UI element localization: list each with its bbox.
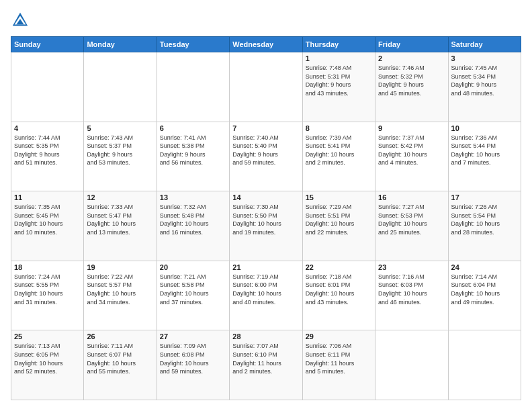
calendar-cell bbox=[11, 52, 84, 122]
weekday-header-sunday: Sunday bbox=[11, 37, 84, 52]
calendar-cell: 21Sunrise: 7:19 AM Sunset: 6:00 PM Dayli… bbox=[230, 261, 302, 330]
day-info: Sunrise: 7:40 AM Sunset: 5:40 PM Dayligh… bbox=[232, 134, 299, 167]
calendar-cell: 11Sunrise: 7:35 AM Sunset: 5:45 PM Dayli… bbox=[11, 191, 84, 261]
calendar-cell: 2Sunrise: 7:46 AM Sunset: 5:32 PM Daylig… bbox=[375, 52, 448, 122]
day-number: 17 bbox=[451, 193, 518, 201]
logo bbox=[11, 11, 32, 30]
calendar-cell: 24Sunrise: 7:14 AM Sunset: 6:04 PM Dayli… bbox=[448, 261, 521, 330]
day-number: 10 bbox=[451, 124, 518, 132]
weekday-header-monday: Monday bbox=[84, 37, 157, 52]
calendar-cell: 5Sunrise: 7:43 AM Sunset: 5:37 PM Daylig… bbox=[84, 122, 157, 191]
page: SundayMondayTuesdayWednesdayThursdayFrid… bbox=[0, 0, 532, 411]
weekday-header-friday: Friday bbox=[375, 37, 448, 52]
calendar-cell bbox=[448, 330, 521, 400]
day-number: 3 bbox=[451, 54, 518, 62]
calendar-cell: 27Sunrise: 7:09 AM Sunset: 6:08 PM Dayli… bbox=[157, 330, 229, 400]
calendar-cell: 16Sunrise: 7:27 AM Sunset: 5:53 PM Dayli… bbox=[375, 191, 448, 261]
day-info: Sunrise: 7:09 AM Sunset: 6:08 PM Dayligh… bbox=[160, 342, 226, 375]
day-info: Sunrise: 7:43 AM Sunset: 5:37 PM Dayligh… bbox=[87, 134, 153, 167]
calendar-cell: 4Sunrise: 7:44 AM Sunset: 5:35 PM Daylig… bbox=[11, 122, 84, 191]
calendar-cell: 15Sunrise: 7:29 AM Sunset: 5:51 PM Dayli… bbox=[302, 191, 375, 261]
day-info: Sunrise: 7:44 AM Sunset: 5:35 PM Dayligh… bbox=[14, 134, 81, 167]
day-number: 21 bbox=[232, 263, 299, 271]
calendar-cell: 20Sunrise: 7:21 AM Sunset: 5:58 PM Dayli… bbox=[157, 261, 229, 330]
calendar-cell: 14Sunrise: 7:30 AM Sunset: 5:50 PM Dayli… bbox=[230, 191, 302, 261]
calendar-cell: 23Sunrise: 7:16 AM Sunset: 6:03 PM Dayli… bbox=[375, 261, 448, 330]
calendar-cell: 8Sunrise: 7:39 AM Sunset: 5:41 PM Daylig… bbox=[302, 122, 375, 191]
day-info: Sunrise: 7:37 AM Sunset: 5:42 PM Dayligh… bbox=[378, 134, 445, 167]
day-number: 6 bbox=[160, 124, 226, 132]
header bbox=[11, 11, 521, 30]
calendar-cell: 9Sunrise: 7:37 AM Sunset: 5:42 PM Daylig… bbox=[375, 122, 448, 191]
calendar-cell bbox=[230, 52, 302, 122]
day-info: Sunrise: 7:36 AM Sunset: 5:44 PM Dayligh… bbox=[451, 134, 518, 167]
day-number: 27 bbox=[160, 332, 226, 340]
calendar-cell: 29Sunrise: 7:06 AM Sunset: 6:11 PM Dayli… bbox=[302, 330, 375, 400]
day-number: 7 bbox=[232, 124, 299, 132]
calendar-week-row-1: 1Sunrise: 7:48 AM Sunset: 5:31 PM Daylig… bbox=[11, 52, 521, 122]
day-info: Sunrise: 7:46 AM Sunset: 5:32 PM Dayligh… bbox=[378, 64, 445, 97]
calendar-cell: 18Sunrise: 7:24 AM Sunset: 5:55 PM Dayli… bbox=[11, 261, 84, 330]
calendar-cell: 3Sunrise: 7:45 AM Sunset: 5:34 PM Daylig… bbox=[448, 52, 521, 122]
day-number: 11 bbox=[14, 193, 81, 201]
day-number: 14 bbox=[232, 193, 299, 201]
day-number: 20 bbox=[160, 263, 226, 271]
day-info: Sunrise: 7:35 AM Sunset: 5:45 PM Dayligh… bbox=[14, 203, 81, 236]
logo-icon bbox=[11, 11, 30, 30]
day-info: Sunrise: 7:13 AM Sunset: 6:05 PM Dayligh… bbox=[14, 342, 81, 375]
day-info: Sunrise: 7:06 AM Sunset: 6:11 PM Dayligh… bbox=[306, 342, 372, 375]
calendar-cell: 17Sunrise: 7:26 AM Sunset: 5:54 PM Dayli… bbox=[448, 191, 521, 261]
day-info: Sunrise: 7:24 AM Sunset: 5:55 PM Dayligh… bbox=[14, 273, 81, 306]
weekday-header-wednesday: Wednesday bbox=[230, 37, 302, 52]
day-number: 28 bbox=[232, 332, 299, 340]
day-number: 15 bbox=[306, 193, 372, 201]
weekday-header-thursday: Thursday bbox=[302, 37, 375, 52]
day-info: Sunrise: 7:07 AM Sunset: 6:10 PM Dayligh… bbox=[232, 342, 299, 375]
calendar-cell: 12Sunrise: 7:33 AM Sunset: 5:47 PM Dayli… bbox=[84, 191, 157, 261]
day-number: 18 bbox=[14, 263, 81, 271]
calendar-cell: 22Sunrise: 7:18 AM Sunset: 6:01 PM Dayli… bbox=[302, 261, 375, 330]
day-number: 8 bbox=[306, 124, 372, 132]
day-info: Sunrise: 7:33 AM Sunset: 5:47 PM Dayligh… bbox=[87, 203, 153, 236]
day-info: Sunrise: 7:39 AM Sunset: 5:41 PM Dayligh… bbox=[306, 134, 372, 167]
weekday-header-saturday: Saturday bbox=[448, 37, 521, 52]
calendar-cell: 26Sunrise: 7:11 AM Sunset: 6:07 PM Dayli… bbox=[84, 330, 157, 400]
day-info: Sunrise: 7:14 AM Sunset: 6:04 PM Dayligh… bbox=[451, 273, 518, 306]
day-number: 4 bbox=[14, 124, 81, 132]
day-number: 2 bbox=[378, 54, 445, 62]
day-info: Sunrise: 7:19 AM Sunset: 6:00 PM Dayligh… bbox=[232, 273, 299, 306]
calendar-week-row-4: 18Sunrise: 7:24 AM Sunset: 5:55 PM Dayli… bbox=[11, 261, 521, 330]
day-info: Sunrise: 7:32 AM Sunset: 5:48 PM Dayligh… bbox=[160, 203, 226, 236]
day-info: Sunrise: 7:22 AM Sunset: 5:57 PM Dayligh… bbox=[87, 273, 153, 306]
day-info: Sunrise: 7:27 AM Sunset: 5:53 PM Dayligh… bbox=[378, 203, 445, 236]
day-info: Sunrise: 7:21 AM Sunset: 5:58 PM Dayligh… bbox=[160, 273, 226, 306]
calendar-cell: 28Sunrise: 7:07 AM Sunset: 6:10 PM Dayli… bbox=[230, 330, 302, 400]
day-number: 29 bbox=[306, 332, 372, 340]
day-number: 19 bbox=[87, 263, 153, 271]
calendar-week-row-2: 4Sunrise: 7:44 AM Sunset: 5:35 PM Daylig… bbox=[11, 122, 521, 191]
weekday-header-row: SundayMondayTuesdayWednesdayThursdayFrid… bbox=[11, 37, 521, 52]
calendar-cell bbox=[157, 52, 229, 122]
day-number: 23 bbox=[378, 263, 445, 271]
day-number: 1 bbox=[306, 54, 372, 62]
day-number: 12 bbox=[87, 193, 153, 201]
calendar-cell: 6Sunrise: 7:41 AM Sunset: 5:38 PM Daylig… bbox=[157, 122, 229, 191]
calendar-cell bbox=[375, 330, 448, 400]
day-info: Sunrise: 7:26 AM Sunset: 5:54 PM Dayligh… bbox=[451, 203, 518, 236]
day-info: Sunrise: 7:45 AM Sunset: 5:34 PM Dayligh… bbox=[451, 64, 518, 97]
calendar-week-row-5: 25Sunrise: 7:13 AM Sunset: 6:05 PM Dayli… bbox=[11, 330, 521, 400]
calendar-week-row-3: 11Sunrise: 7:35 AM Sunset: 5:45 PM Dayli… bbox=[11, 191, 521, 261]
day-info: Sunrise: 7:29 AM Sunset: 5:51 PM Dayligh… bbox=[306, 203, 372, 236]
calendar-cell: 25Sunrise: 7:13 AM Sunset: 6:05 PM Dayli… bbox=[11, 330, 84, 400]
day-info: Sunrise: 7:41 AM Sunset: 5:38 PM Dayligh… bbox=[160, 134, 226, 167]
day-info: Sunrise: 7:18 AM Sunset: 6:01 PM Dayligh… bbox=[306, 273, 372, 306]
day-number: 5 bbox=[87, 124, 153, 132]
day-number: 25 bbox=[14, 332, 81, 340]
day-number: 9 bbox=[378, 124, 445, 132]
calendar-cell: 7Sunrise: 7:40 AM Sunset: 5:40 PM Daylig… bbox=[230, 122, 302, 191]
day-info: Sunrise: 7:11 AM Sunset: 6:07 PM Dayligh… bbox=[87, 342, 153, 375]
day-info: Sunrise: 7:30 AM Sunset: 5:50 PM Dayligh… bbox=[232, 203, 299, 236]
day-info: Sunrise: 7:48 AM Sunset: 5:31 PM Dayligh… bbox=[306, 64, 372, 97]
calendar-cell bbox=[84, 52, 157, 122]
day-number: 26 bbox=[87, 332, 153, 340]
